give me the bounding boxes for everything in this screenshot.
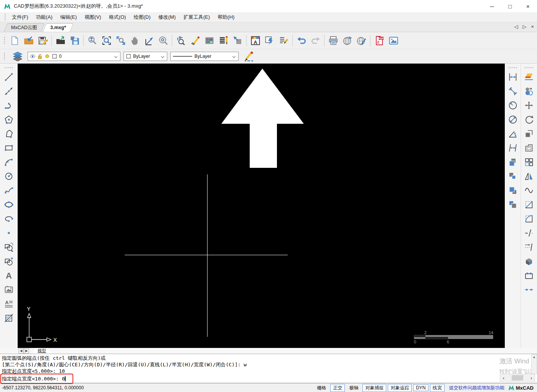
draworder-front-button[interactable]	[506, 155, 520, 169]
layer-dropdown[interactable]: 0	[28, 52, 120, 61]
dim-diameter-button[interactable]	[506, 112, 520, 126]
move-button[interactable]	[522, 98, 536, 112]
toggle-osnap[interactable]: 对象捕捉	[362, 384, 386, 392]
explode-button[interactable]	[522, 254, 536, 268]
create-block-button[interactable]	[2, 254, 16, 268]
publish-web-button[interactable]	[340, 33, 354, 48]
menu-edit[interactable]: 编辑(E)	[56, 13, 81, 22]
tab-close-icon[interactable]: ×	[531, 24, 534, 30]
toggle-polar[interactable]: 极轴	[346, 384, 361, 392]
layers-button[interactable]	[10, 49, 25, 63]
image-button[interactable]	[2, 282, 16, 297]
scrollbar-thumb[interactable]	[512, 375, 523, 381]
color-palette-button[interactable]	[202, 33, 216, 48]
redo-button[interactable]	[308, 33, 323, 48]
color-dropdown[interactable]: ByLayer	[124, 52, 167, 61]
linetype-manager-button[interactable]	[216, 33, 231, 48]
sketch-button[interactable]	[188, 33, 202, 48]
circle-button[interactable]	[2, 169, 16, 183]
ellipse-button[interactable]	[2, 197, 16, 212]
menu-express-tools[interactable]: 扩展工具(E)	[180, 13, 214, 22]
mirror-button[interactable]	[522, 169, 536, 183]
layout-prev-button[interactable]: ◀	[18, 348, 24, 354]
save-button[interactable]	[36, 33, 50, 48]
offset-button[interactable]	[522, 141, 536, 155]
dim-distance-button[interactable]	[506, 141, 520, 155]
toggle-otrack[interactable]: 对象追踪	[388, 384, 412, 392]
menu-format[interactable]: 格式(O)	[105, 13, 130, 22]
mtext-button[interactable]: A	[2, 297, 16, 311]
extend-button[interactable]	[522, 240, 536, 254]
dim-radius-button[interactable]	[506, 98, 520, 112]
scale-button[interactable]	[522, 126, 536, 141]
menubar-grip[interactable]	[5, 14, 6, 21]
rotate-button[interactable]	[522, 112, 536, 126]
menu-function[interactable]: 功能(A)	[32, 13, 56, 22]
arc-button[interactable]	[2, 155, 16, 169]
erase-button[interactable]	[522, 70, 536, 84]
dim-aligned-button[interactable]	[506, 84, 520, 98]
array-button[interactable]	[522, 155, 536, 169]
toggle-grid[interactable]: 栅格	[314, 384, 329, 392]
trim-button[interactable]	[522, 226, 536, 240]
tab-model[interactable]: 模型	[32, 348, 51, 354]
open-drawing-button[interactable]	[21, 33, 36, 48]
tab-mxcad-cloud[interactable]: MxCAD云图	[4, 23, 45, 32]
layout-next-button[interactable]: ▶	[24, 348, 29, 354]
feedback-link[interactable]: 提交软件问题或增加新功能	[449, 385, 504, 391]
linetype-dropdown[interactable]: ByLayer	[170, 52, 239, 61]
print-button[interactable]	[326, 33, 340, 48]
text-button[interactable]: A	[2, 268, 16, 282]
page-resize-button[interactable]	[231, 33, 245, 48]
tab-next-icon[interactable]: ▷	[522, 24, 526, 30]
quick-select-button[interactable]	[262, 33, 277, 48]
menu-draw[interactable]: 绘图(D)	[130, 13, 154, 22]
hatch-button[interactable]	[2, 311, 16, 325]
command-vertical-scrollbar[interactable]: ▲	[531, 354, 537, 374]
chamfer-button[interactable]	[522, 197, 536, 212]
stretch-button[interactable]	[522, 268, 536, 282]
fillet-button[interactable]	[522, 212, 536, 226]
web-edit-button[interactable]	[354, 33, 369, 48]
point-button[interactable]	[2, 226, 16, 240]
polyline-button[interactable]	[2, 98, 16, 112]
curve-button[interactable]	[522, 183, 536, 197]
polygon-button[interactable]	[2, 112, 16, 126]
copy-button[interactable]	[522, 84, 536, 98]
toolbar-grip[interactable]	[4, 53, 5, 60]
construction-line-button[interactable]	[2, 84, 16, 98]
linewidth-button[interactable]	[242, 49, 256, 63]
toolbar-grip[interactable]	[525, 67, 533, 68]
command-input[interactable]: 指定端点宽度<10.000>: 0	[2, 376, 66, 382]
new-file-button[interactable]	[7, 33, 21, 48]
draworder-back-button[interactable]	[506, 169, 520, 183]
tab-prev-icon[interactable]: ◁	[514, 24, 518, 30]
match-properties-button[interactable]	[277, 33, 291, 48]
drawing-canvas[interactable]: Y X 2 14 0 6	[18, 64, 505, 348]
zoom-previous-button[interactable]	[174, 33, 188, 48]
scroll-right-icon[interactable]: ›	[530, 375, 533, 381]
insert-image-button[interactable]	[386, 33, 400, 48]
menu-help[interactable]: 帮助(H)	[214, 13, 238, 22]
draworder-above-button[interactable]	[506, 183, 520, 197]
menu-file[interactable]: 文件(F)	[8, 13, 32, 22]
zoom-extents-button[interactable]	[114, 33, 128, 48]
toolbar-grip[interactable]	[509, 67, 517, 68]
save-as-button[interactable]	[68, 33, 82, 48]
maximize-button[interactable]: □	[501, 0, 519, 12]
toolbar-grip[interactable]	[4, 37, 5, 44]
spline-button[interactable]	[2, 183, 16, 197]
pan-button[interactable]	[128, 33, 142, 48]
dim-angular-button[interactable]	[506, 126, 520, 141]
scroll-left-icon[interactable]: ‹	[502, 375, 505, 381]
undo-button[interactable]	[294, 33, 308, 48]
toggle-lineweight[interactable]: 线宽	[430, 384, 445, 392]
menu-modify[interactable]: 修改(M)	[154, 13, 180, 22]
tab-3mxg[interactable]: 3.mxg*	[43, 23, 74, 32]
zoom-inout-button[interactable]	[85, 33, 99, 48]
ellipse-arc-button[interactable]	[2, 212, 16, 226]
shape-button[interactable]	[2, 126, 16, 141]
dim-linear-button[interactable]	[506, 70, 520, 84]
command-line-area[interactable]: 指定圆弧的端点(按住 ctrl 键取相反方向)或 [第二个点(S)/角度(A)/…	[0, 354, 537, 383]
insert-block-button[interactable]	[2, 240, 16, 254]
